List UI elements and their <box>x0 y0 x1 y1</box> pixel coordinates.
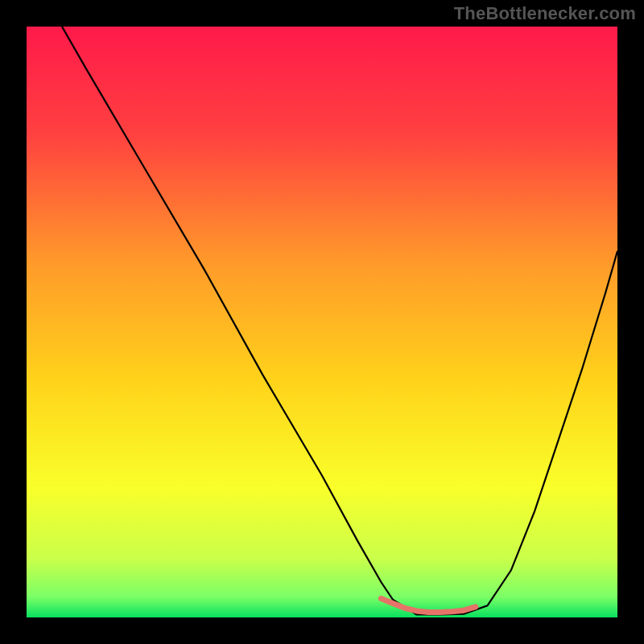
plot-background <box>27 27 617 617</box>
watermark-text: TheBottlenecker.com <box>454 3 636 24</box>
bottleneck-chart <box>0 0 644 644</box>
chart-frame: TheBottlenecker.com <box>0 0 644 644</box>
